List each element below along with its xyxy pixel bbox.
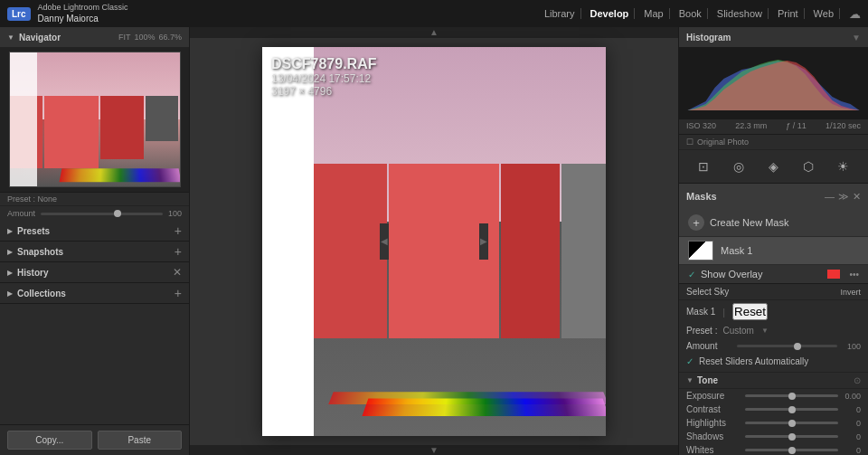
- left-panel-toggle[interactable]: ◀: [380, 223, 389, 260]
- top-bar: Lrc Adobe Lightroom Classic Danny Maiorc…: [0, 0, 868, 27]
- adjustment-tool[interactable]: ☀: [833, 156, 854, 177]
- shadows-value: 0: [838, 432, 861, 441]
- mask-icon-1[interactable]: —: [825, 191, 835, 203]
- mask-more-btn[interactable]: ≫: [838, 191, 849, 203]
- snapshots-triangle: ▶: [7, 248, 13, 256]
- amount-label: Amount: [7, 209, 35, 218]
- nav-web[interactable]: Web: [808, 8, 840, 19]
- preset-label: Preset : None: [7, 194, 182, 204]
- preset-dropdown-icon[interactable]: ▼: [761, 327, 769, 335]
- shadows-label: Shadows: [686, 431, 745, 441]
- thumb-building-2: [44, 96, 99, 168]
- presets-header[interactable]: ▶ Presets +: [0, 221, 189, 241]
- masking-tool[interactable]: ⬡: [797, 156, 819, 177]
- contrast-thumb: [788, 406, 796, 413]
- snapshots-add-btn[interactable]: +: [175, 244, 182, 259]
- shadows-slider[interactable]: [745, 435, 838, 438]
- reset-sliders-check[interactable]: ✓: [686, 356, 693, 366]
- navigator-section: ▼ Navigator FIT 100% 66.7%: [0, 27, 189, 193]
- collections-add-btn[interactable]: +: [175, 286, 182, 300]
- snapshots-label: Snapshots: [17, 247, 175, 257]
- highlights-slider[interactable]: [745, 422, 838, 424]
- spot-removal-tool[interactable]: ◎: [728, 156, 750, 177]
- histogram-canvas: [679, 47, 868, 119]
- original-photo-checkbox[interactable]: ☐: [686, 137, 693, 147]
- presets-triangle: ▶: [7, 227, 13, 235]
- photo-area[interactable]: DSCF7879.RAF 13/04/2024 17:57:12 3197 × …: [190, 38, 678, 445]
- mask-title: Masks: [686, 191, 819, 202]
- histogram-section: Histogram ▼ ISO 320 22.3 mm ƒ / 11 1/120…: [679, 27, 868, 135]
- center-area: ▲ DSCF7879.RAF: [190, 27, 678, 455]
- exposure-slider[interactable]: [745, 394, 838, 397]
- main-layout: ▼ Navigator FIT 100% 66.7%: [0, 27, 868, 455]
- adjust-amount-label: Amount: [686, 341, 731, 351]
- snapshots-header[interactable]: ▶ Snapshots +: [0, 242, 189, 261]
- history-close-btn[interactable]: ✕: [173, 266, 182, 279]
- app-info: Adobe Lightroom Classic Danny Maiorca: [38, 3, 128, 25]
- shadows-row: Shadows 0: [679, 430, 868, 443]
- reset-sliders-label: Reset Sliders Automatically: [699, 356, 808, 366]
- adjust-amount-slider[interactable]: [737, 345, 837, 347]
- tone-icon: ⊙: [854, 375, 861, 385]
- histogram-svg: [684, 52, 863, 110]
- redeye-tool[interactable]: ◈: [762, 156, 784, 177]
- plus-circle-icon: +: [688, 214, 704, 231]
- mask-1-info-label: Mask 1: [686, 307, 715, 317]
- shadows-thumb: [788, 433, 796, 441]
- cloud-icon: ☁: [849, 7, 861, 21]
- filmstrip-toggle-bottom[interactable]: ▼: [429, 445, 439, 455]
- navigator-header[interactable]: ▼ Navigator FIT 100% 66.7%: [0, 27, 189, 47]
- adjust-amount-row: Amount 100: [679, 338, 868, 354]
- nav-fit-btn[interactable]: FIT: [118, 33, 131, 42]
- svg-marker-2: [688, 61, 860, 110]
- amount-slider[interactable]: [41, 213, 163, 215]
- mask-reset-btn[interactable]: Reset: [732, 303, 768, 320]
- thumb-white-panel: [10, 52, 37, 186]
- nav-zoom1[interactable]: 100%: [134, 33, 155, 42]
- whites-label: Whites: [686, 445, 745, 455]
- mask-info-row: Mask 1 | Reset: [679, 300, 868, 323]
- presets-add-btn[interactable]: +: [175, 223, 182, 238]
- navigator-thumbnail[interactable]: [0, 47, 189, 192]
- show-overlay-check[interactable]: ✓: [688, 270, 695, 280]
- overlay-color-swatch[interactable]: [827, 270, 840, 279]
- amount-row: Amount 100: [0, 206, 189, 221]
- adjust-amount-thumb: [794, 343, 801, 350]
- overlay-more-btn[interactable]: •••: [849, 270, 859, 280]
- hist-shutter: 1/120 sec: [826, 121, 861, 130]
- filmstrip-toggle-top[interactable]: ▲: [429, 27, 439, 37]
- whites-row: Whites 0: [679, 443, 868, 455]
- invert-btn[interactable]: Invert: [840, 288, 861, 297]
- create-new-mask-btn[interactable]: + Create New Mask: [679, 209, 868, 237]
- crop-tool[interactable]: ⊡: [693, 156, 714, 177]
- mask-item-1[interactable]: Mask 1: [679, 237, 868, 265]
- amount-value: 100: [168, 209, 182, 218]
- nav-print[interactable]: Print: [772, 8, 805, 19]
- photo-dimensions: 3197 × 4796: [271, 85, 376, 98]
- whites-slider[interactable]: [745, 449, 838, 451]
- paste-button[interactable]: Paste: [98, 431, 183, 450]
- collections-header[interactable]: ▶ Collections +: [0, 283, 189, 303]
- thumb-rainbow: [59, 168, 180, 182]
- original-photo-row: ☐ Original Photo: [679, 135, 868, 150]
- right-panel-toggle[interactable]: ▶: [479, 223, 488, 260]
- collections-label: Collections: [17, 289, 175, 299]
- nav-zoom2[interactable]: 66.7%: [158, 33, 182, 42]
- preset-row-value: Custom: [722, 326, 753, 336]
- history-triangle: ▶: [7, 269, 13, 277]
- histogram-header[interactable]: Histogram ▼: [679, 27, 868, 47]
- nav-library[interactable]: Library: [539, 8, 581, 19]
- nav-slideshow[interactable]: Slideshow: [712, 8, 769, 19]
- nav-book[interactable]: Book: [674, 8, 708, 19]
- film-strip-bottom: ▼: [190, 445, 678, 456]
- copy-button[interactable]: Copy...: [7, 431, 92, 450]
- nav-map[interactable]: Map: [638, 8, 669, 19]
- history-header[interactable]: ▶ History ✕: [0, 262, 189, 282]
- mask-close-btn[interactable]: ✕: [853, 191, 861, 203]
- tone-header[interactable]: ▼ Tone ⊙: [679, 372, 868, 389]
- tone-label: Tone: [697, 375, 854, 385]
- nav-develop[interactable]: Develop: [585, 8, 636, 19]
- navigator-controls: FIT 100% 66.7%: [118, 33, 182, 42]
- contrast-slider[interactable]: [745, 408, 838, 411]
- photo-white-panel: [262, 47, 314, 436]
